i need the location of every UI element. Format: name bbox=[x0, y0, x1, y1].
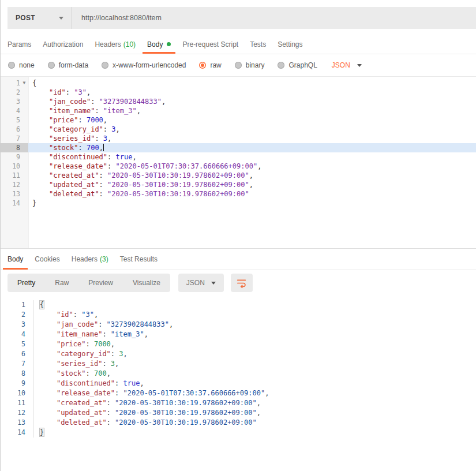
token: , bbox=[103, 116, 107, 124]
line-number: 2 bbox=[1, 88, 28, 97]
token: : bbox=[107, 418, 115, 427]
request-tab-params[interactable]: Params bbox=[2, 35, 37, 54]
request-tab-headers[interactable]: Headers(10) bbox=[89, 35, 141, 54]
code-line-content: "id": "3", bbox=[28, 88, 476, 97]
request-language-dropdown[interactable]: JSON bbox=[332, 61, 362, 69]
token: , bbox=[140, 379, 144, 387]
radio-icon bbox=[48, 62, 55, 69]
line-number: 9 bbox=[1, 379, 34, 388]
code-line-10[interactable]: 10 "release_date": "2020-05-01T07:30:37.… bbox=[1, 162, 476, 171]
token bbox=[40, 369, 57, 377]
body-mode-raw[interactable]: raw bbox=[199, 61, 221, 69]
code-line-9[interactable]: 9 "discontinued": true, bbox=[1, 152, 476, 162]
response-view-raw[interactable]: Raw bbox=[45, 274, 78, 292]
request-tab-authorization[interactable]: Authorization bbox=[37, 35, 89, 54]
line-number: 14 bbox=[1, 428, 34, 438]
token: "2020-05-30T10:30:19.978602+09:00" bbox=[115, 418, 257, 427]
code-line-11[interactable]: 11 "created_at": "2020-05-30T10:30:19.97… bbox=[1, 171, 476, 180]
response-tab-cookies[interactable]: Cookies bbox=[29, 249, 65, 270]
mode-label: raw bbox=[210, 61, 221, 69]
response-view-pretty[interactable]: Pretty bbox=[8, 274, 45, 292]
token: "id" bbox=[49, 88, 66, 96]
code-line-13[interactable]: 13 "deleted_at": "2020-05-30T10:30:19.97… bbox=[1, 189, 476, 199]
token: { bbox=[40, 301, 44, 309]
code-line-8[interactable]: 8 "stock": 700, bbox=[1, 143, 476, 152]
code-line-5[interactable]: 5 "price": 7000, bbox=[1, 115, 476, 125]
line-number: 1▼ bbox=[1, 78, 28, 88]
line-number: 6 bbox=[1, 125, 28, 134]
body-mode-graphql[interactable]: GraphQL bbox=[278, 61, 317, 69]
url-input[interactable]: http://localhost:8080/item bbox=[72, 7, 476, 29]
token: : bbox=[85, 369, 93, 377]
token: "item_name" bbox=[57, 330, 102, 338]
token bbox=[40, 330, 57, 338]
code-line-3[interactable]: 3 "jan_code": "3273902844833", bbox=[1, 97, 476, 106]
code-line-1[interactable]: 1▼{ bbox=[1, 78, 476, 88]
token: : bbox=[102, 360, 110, 368]
fold-spacer bbox=[20, 180, 28, 189]
token bbox=[40, 350, 57, 358]
code-line-content: "discontinued": true, bbox=[28, 152, 476, 162]
postman-request-view: POST http://localhost:8080/item ParamsAu… bbox=[0, 0, 476, 471]
token: , bbox=[249, 181, 253, 189]
mode-label: none bbox=[19, 61, 35, 69]
token: , bbox=[162, 98, 166, 106]
code-line-7[interactable]: 7 "series_id": 3, bbox=[1, 134, 476, 143]
code-line-5: 5 "price": 7000, bbox=[1, 339, 476, 349]
tab-label: Pre-request Script bbox=[182, 40, 238, 48]
token: , bbox=[257, 409, 261, 417]
fold-spacer bbox=[20, 134, 28, 143]
fold-arrow-icon[interactable]: ▼ bbox=[20, 78, 28, 88]
body-mode-none[interactable]: none bbox=[8, 61, 35, 69]
token: 3 bbox=[111, 125, 115, 133]
token: 7000 bbox=[94, 340, 111, 348]
request-tab-settings[interactable]: Settings bbox=[272, 35, 308, 54]
body-mode-binary[interactable]: binary bbox=[235, 61, 265, 69]
response-tab-headers[interactable]: Headers(3) bbox=[66, 249, 114, 270]
request-tab-tests[interactable]: Tests bbox=[244, 35, 272, 54]
token: "item_name" bbox=[49, 107, 95, 115]
response-tab-test-results[interactable]: Test Results bbox=[114, 249, 163, 270]
response-language-dropdown[interactable]: JSON bbox=[178, 274, 224, 292]
code-line-6[interactable]: 6 "category_id": 3, bbox=[1, 125, 476, 134]
response-view-preview[interactable]: Preview bbox=[78, 274, 123, 292]
token: "price" bbox=[57, 340, 86, 348]
request-tab-body[interactable]: Body bbox=[141, 35, 177, 54]
token: "updated_at" bbox=[57, 409, 107, 417]
code-line-14[interactable]: 14} bbox=[1, 199, 476, 208]
token: , bbox=[87, 88, 91, 96]
code-line-4[interactable]: 4 "item_name": "item_3", bbox=[1, 106, 476, 115]
token: "2020-05-30T10:30:19.978602+09:00" bbox=[107, 181, 249, 189]
token: , bbox=[115, 360, 119, 368]
token: : bbox=[91, 98, 99, 106]
code-line-content: { bbox=[34, 300, 476, 310]
line-number-text: 5 bbox=[1, 115, 20, 125]
green-dot-icon bbox=[167, 42, 171, 46]
request-tab-pre-request-script[interactable]: Pre-request Script bbox=[177, 35, 244, 54]
tab-label: Authorization bbox=[43, 40, 83, 48]
token bbox=[32, 134, 49, 143]
code-line-2[interactable]: 2 "id": "3", bbox=[1, 88, 476, 97]
token: "2020-05-01T07:30:37.660666+09:00" bbox=[123, 389, 265, 397]
body-mode-form-data[interactable]: form-data bbox=[48, 61, 88, 69]
chevron-down-icon bbox=[59, 17, 63, 20]
mode-label: x-www-form-urlencoded bbox=[113, 61, 186, 69]
token bbox=[40, 418, 57, 427]
line-number: 4 bbox=[1, 330, 34, 339]
request-body-editor[interactable]: 1▼{2 "id": "3",3 "jan_code": "3273902844… bbox=[1, 77, 476, 249]
token: "category_id" bbox=[57, 350, 111, 358]
code-line-11: 11 "created_at": "2020-05-30T10:30:19.97… bbox=[1, 398, 476, 408]
method-dropdown[interactable]: POST bbox=[8, 7, 72, 29]
code-line-content: "item_name": "item_3", bbox=[28, 106, 476, 115]
code-line-content: "category_id": 3, bbox=[28, 125, 476, 134]
line-number: 4 bbox=[1, 106, 28, 115]
response-view-visualize[interactable]: Visualize bbox=[123, 274, 170, 292]
tab-label: Headers bbox=[72, 255, 98, 263]
body-mode-x-www-form-urlencoded[interactable]: x-www-form-urlencoded bbox=[102, 61, 186, 69]
token: : bbox=[115, 379, 123, 387]
code-line-12[interactable]: 12 "updated_at": "2020-05-30T10:30:19.97… bbox=[1, 180, 476, 189]
response-tab-body[interactable]: Body bbox=[2, 249, 29, 270]
wrap-lines-button[interactable] bbox=[231, 274, 253, 292]
fold-spacer bbox=[20, 199, 28, 208]
token: 700 bbox=[87, 144, 99, 152]
